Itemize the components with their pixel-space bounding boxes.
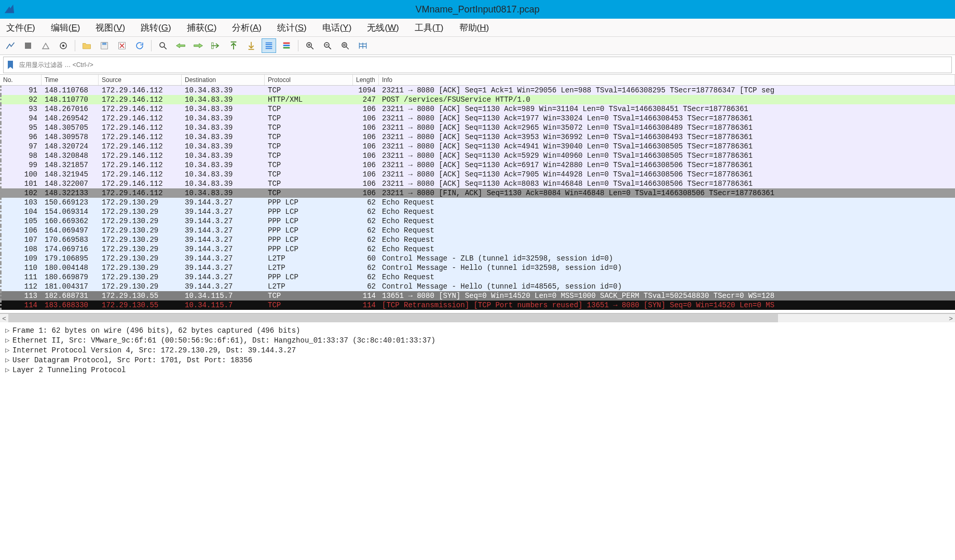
resize-columns-button[interactable] — [356, 38, 370, 53]
packet-row[interactable]: 110180.004148172.29.130.2939.144.3.27L2T… — [0, 263, 955, 272]
packet-row[interactable]: 104154.069314172.29.130.2939.144.3.27PPP… — [0, 207, 955, 216]
capture-options-button[interactable] — [56, 38, 71, 53]
bookmark-icon[interactable] — [4, 58, 17, 72]
packet-row[interactable]: 97148.320724172.29.146.11210.34.83.39TCP… — [0, 142, 955, 151]
menu-telephony[interactable]: 电话(Y) — [319, 21, 355, 35]
expand-icon[interactable]: ▷ — [5, 346, 12, 354]
tree-item[interactable]: ▷Ethernet II, Src: VMware_9c:6f:61 (00:5… — [5, 335, 950, 345]
packet-row[interactable]: 93148.267016172.29.146.11210.34.83.39TCP… — [0, 104, 955, 114]
go-back-button[interactable] — [173, 38, 188, 53]
packet-row[interactable]: 114183.688330172.29.130.5510.34.115.7TCP… — [0, 301, 955, 310]
tree-item[interactable]: ▷Frame 1: 62 bytes on wire (496 bits), 6… — [5, 325, 950, 335]
display-filter-input[interactable] — [17, 59, 951, 71]
scroll-left-arrow-icon[interactable]: < — [0, 314, 8, 322]
auto-scroll-button[interactable] — [262, 38, 276, 53]
packet-cell: 148.267016 — [42, 104, 99, 114]
packet-row[interactable]: 103150.669123172.29.130.2939.144.3.27PPP… — [0, 198, 955, 207]
restart-capture-button[interactable] — [38, 38, 53, 53]
scroll-thumb[interactable] — [8, 314, 778, 322]
packet-cell: 94 — [0, 114, 42, 123]
packet-cell: 113 — [0, 291, 42, 301]
tree-item[interactable]: ▷Layer 2 Tunneling Protocol — [5, 365, 950, 375]
expand-icon[interactable]: ▷ — [5, 365, 12, 374]
packet-list-hscrollbar[interactable]: < > — [0, 313, 955, 322]
packet-row[interactable]: 98148.320848172.29.146.11210.34.83.39TCP… — [0, 151, 955, 160]
menu-file[interactable]: 文件(F) — [3, 21, 38, 35]
zoom-in-button[interactable] — [303, 38, 317, 53]
packet-cell: HTTP/XML — [265, 95, 353, 104]
menu-tools[interactable]: 工具(T) — [412, 21, 447, 35]
reload-button[interactable] — [132, 38, 147, 53]
packet-cell: 114 — [353, 301, 379, 310]
zoom-reset-button[interactable] — [338, 38, 352, 53]
packet-row[interactable]: 112181.004317172.29.130.2939.144.3.27L2T… — [0, 282, 955, 291]
toolbar-separator — [298, 40, 298, 51]
packet-cell: 112 — [0, 282, 42, 291]
packet-cell: 23211 → 8080 [ACK] Seq=1130 Ack=2965 Win… — [379, 123, 955, 132]
menu-analyze[interactable]: 分析(A) — [229, 21, 265, 35]
packet-cell: PPP LCP — [265, 216, 353, 226]
col-destination[interactable]: Destination — [182, 75, 265, 85]
svg-rect-9 — [283, 45, 290, 46]
packet-row[interactable]: 95148.305705172.29.146.11210.34.83.39TCP… — [0, 123, 955, 132]
tree-item[interactable]: ▷User Datagram Protocol, Src Port: 1701,… — [5, 355, 950, 365]
expand-icon[interactable]: ▷ — [5, 356, 12, 364]
packet-cell: 62 — [353, 226, 379, 235]
col-length[interactable]: Length — [353, 75, 379, 85]
menu-edit[interactable]: 编辑(E) — [48, 21, 84, 35]
packet-cell: 148.321945 — [42, 170, 99, 179]
menu-wireless[interactable]: 无线(W) — [364, 21, 402, 35]
packet-row[interactable]: 106164.069497172.29.130.2939.144.3.27PPP… — [0, 226, 955, 235]
packet-row[interactable]: 108174.069716172.29.130.2939.144.3.27PPP… — [0, 244, 955, 254]
go-to-last-button[interactable] — [244, 38, 258, 53]
packet-list-header[interactable]: No. Time Source Destination Protocol Len… — [0, 74, 955, 86]
find-button[interactable] — [156, 38, 170, 53]
colorize-button[interactable] — [279, 38, 294, 53]
packet-row[interactable]: 100148.321945172.29.146.11210.34.83.39TC… — [0, 170, 955, 179]
close-file-button[interactable] — [115, 38, 129, 53]
col-time[interactable]: Time — [42, 75, 99, 85]
zoom-out-button[interactable] — [320, 38, 335, 53]
menu-go[interactable]: 跳转(G) — [138, 21, 174, 35]
packet-details-pane[interactable]: ▷Frame 1: 62 bytes on wire (496 bits), 6… — [0, 322, 955, 385]
packet-row[interactable]: 99148.321857172.29.146.11210.34.83.39TCP… — [0, 160, 955, 170]
packet-row[interactable]: 94148.269542172.29.146.11210.34.83.39TCP… — [0, 114, 955, 123]
display-filter-bar — [3, 57, 952, 73]
go-to-first-button[interactable] — [226, 38, 241, 53]
packet-row[interactable]: 96148.309578172.29.146.11210.34.83.39TCP… — [0, 132, 955, 142]
packet-row[interactable]: 92148.110770172.29.146.11210.34.83.39HTT… — [0, 95, 955, 104]
col-protocol[interactable]: Protocol — [265, 75, 353, 85]
packet-cell: 106 — [353, 132, 379, 142]
packet-cell: 111 — [0, 272, 42, 282]
tree-item[interactable]: ▷Internet Protocol Version 4, Src: 172.2… — [5, 345, 950, 355]
packet-row[interactable]: 101148.322007172.29.146.11210.34.83.39TC… — [0, 179, 955, 188]
col-no[interactable]: No. — [0, 75, 42, 85]
save-file-button[interactable] — [97, 38, 112, 53]
packet-row[interactable]: 107170.669583172.29.130.2939.144.3.27PPP… — [0, 235, 955, 244]
packet-row[interactable]: 102148.322133172.29.146.11210.34.83.39TC… — [0, 188, 955, 198]
open-file-button[interactable] — [79, 38, 94, 53]
go-forward-button[interactable] — [191, 38, 206, 53]
start-capture-button[interactable] — [3, 38, 18, 53]
packet-row[interactable]: 113182.688731172.29.130.5510.34.115.7TCP… — [0, 291, 955, 301]
expand-icon[interactable]: ▷ — [5, 326, 12, 335]
menu-view[interactable]: 视图(V) — [92, 21, 128, 35]
menu-capture[interactable]: 捕获(C) — [184, 21, 220, 35]
packet-cell: 10.34.83.39 — [182, 188, 265, 198]
menu-stats[interactable]: 统计(S) — [274, 21, 310, 35]
packet-cell: 10.34.83.39 — [182, 142, 265, 151]
packet-cell: Control Message - Hello (tunnel id=32598… — [379, 263, 955, 272]
menu-help[interactable]: 帮助(H) — [456, 21, 493, 35]
stop-capture-button[interactable] — [21, 38, 35, 53]
packet-row[interactable]: 109179.106895172.29.130.2939.144.3.27L2T… — [0, 254, 955, 263]
col-info[interactable]: Info — [379, 75, 955, 85]
scroll-right-arrow-icon[interactable]: > — [947, 314, 955, 322]
go-to-packet-button[interactable] — [209, 38, 223, 53]
packet-row[interactable]: 111180.669879172.29.130.2939.144.3.27PPP… — [0, 272, 955, 282]
packet-row[interactable]: 91148.110768172.29.146.11210.34.83.39TCP… — [0, 86, 955, 95]
packet-list-pane[interactable]: No. Time Source Destination Protocol Len… — [0, 74, 955, 313]
col-source[interactable]: Source — [99, 75, 182, 85]
packet-row[interactable]: 105160.669362172.29.130.2939.144.3.27PPP… — [0, 216, 955, 226]
packet-cell: 62 — [353, 216, 379, 226]
expand-icon[interactable]: ▷ — [5, 336, 12, 345]
